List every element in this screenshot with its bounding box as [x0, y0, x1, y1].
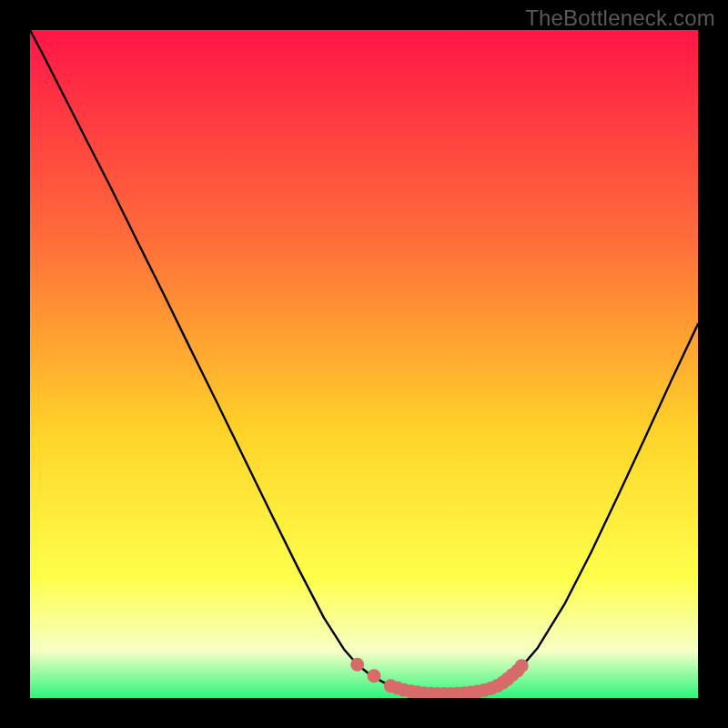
curve-marker	[368, 669, 381, 682]
curve-marker	[350, 658, 364, 672]
gradient-panel	[30, 30, 698, 698]
chart-stage: TheBottleneck.com	[0, 0, 728, 728]
plot-area	[30, 30, 698, 698]
curve-marker	[515, 659, 529, 672]
watermark-text: TheBottleneck.com	[525, 5, 715, 31]
plot-svg	[30, 30, 698, 698]
